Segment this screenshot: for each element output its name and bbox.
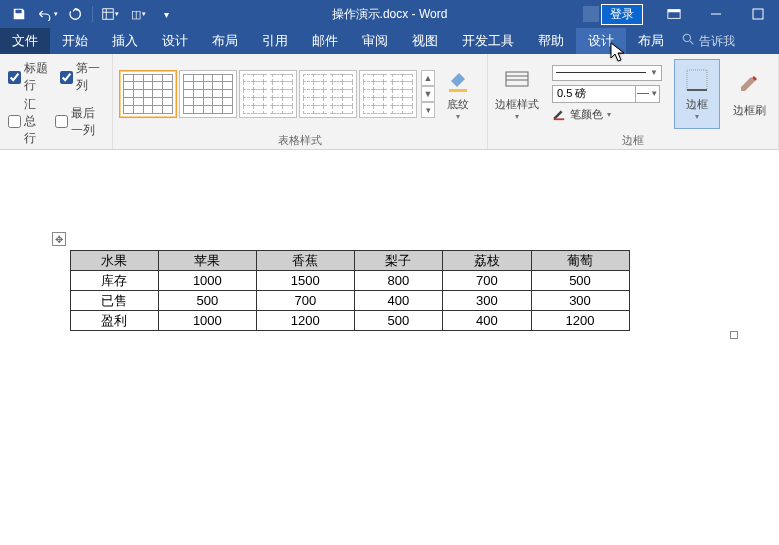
tab-table-layout[interactable]: 布局 bbox=[626, 28, 676, 54]
tab-mailings[interactable]: 邮件 bbox=[300, 28, 350, 54]
table-cell[interactable]: 盈利 bbox=[70, 311, 158, 331]
border-styles-button[interactable]: 边框样式 ▾ bbox=[494, 59, 540, 129]
tab-table-design[interactable]: 设计 bbox=[576, 28, 626, 54]
table-header-cell[interactable]: 梨子 bbox=[354, 251, 442, 271]
tab-insert[interactable]: 插入 bbox=[100, 28, 150, 54]
gallery-scroll-down[interactable]: ▼ bbox=[421, 86, 435, 102]
undo-button[interactable]: ▾ bbox=[34, 2, 60, 26]
table-cell[interactable]: 300 bbox=[443, 291, 531, 311]
group-title-borders: 边框 bbox=[488, 133, 778, 149]
gallery-expand[interactable]: ▾ bbox=[421, 102, 435, 118]
table-row: 已售 500 700 400 300 300 bbox=[70, 291, 629, 311]
table-cell[interactable]: 1200 bbox=[531, 311, 629, 331]
table-cell[interactable]: 1000 bbox=[158, 271, 256, 291]
table-header-cell[interactable]: 水果 bbox=[70, 251, 158, 271]
tab-view[interactable]: 视图 bbox=[400, 28, 450, 54]
table-header-cell[interactable]: 苹果 bbox=[158, 251, 256, 271]
table-row: 库存 1000 1500 800 700 500 bbox=[70, 271, 629, 291]
minimize-button[interactable] bbox=[695, 0, 737, 28]
tab-layout[interactable]: 布局 bbox=[200, 28, 250, 54]
table-cell[interactable]: 400 bbox=[354, 291, 442, 311]
document-area[interactable]: ✥ 水果 苹果 香蕉 梨子 荔枝 葡萄 库存 1000 1500 800 700… bbox=[0, 150, 779, 545]
borders-button[interactable]: 边框 ▾ bbox=[674, 59, 720, 129]
table-header-row: 水果 苹果 香蕉 梨子 荔枝 葡萄 bbox=[70, 251, 629, 271]
table-style-3[interactable] bbox=[239, 70, 297, 118]
weight-dropdown-icon[interactable]: ▼ bbox=[636, 85, 660, 103]
table-style-1[interactable] bbox=[119, 70, 177, 118]
dropdown-icon: ▾ bbox=[695, 112, 699, 121]
svg-point-4 bbox=[683, 34, 690, 41]
tab-review[interactable]: 审阅 bbox=[350, 28, 400, 54]
account-icon bbox=[583, 6, 599, 22]
table-cell[interactable]: 400 bbox=[443, 311, 531, 331]
gallery-scroll-up[interactable]: ▲ bbox=[421, 70, 435, 86]
login-button[interactable]: 登录 bbox=[601, 4, 643, 25]
redo-button[interactable] bbox=[62, 2, 88, 26]
tellme-search[interactable]: 告诉我 bbox=[682, 28, 735, 54]
qat-button-1[interactable]: ▾ bbox=[97, 2, 123, 26]
table-cell[interactable]: 1500 bbox=[256, 271, 354, 291]
svg-rect-5 bbox=[506, 72, 528, 86]
table-header-cell[interactable]: 荔枝 bbox=[443, 251, 531, 271]
tab-references[interactable]: 引用 bbox=[250, 28, 300, 54]
table-cell[interactable]: 300 bbox=[531, 291, 629, 311]
group-table-style-options: 标题行 第一列 汇总行 最后一列 镶边行 镶边列 表格样式选项 bbox=[0, 54, 113, 149]
table-cell[interactable]: 500 bbox=[354, 311, 442, 331]
tab-home[interactable]: 开始 bbox=[50, 28, 100, 54]
table-cell[interactable]: 700 bbox=[256, 291, 354, 311]
table-resize-handle[interactable] bbox=[730, 331, 738, 339]
title-bar: ▾ ▾ ◫▾ ▾ 操作演示.docx - Word 登录 bbox=[0, 0, 779, 28]
page: ✥ 水果 苹果 香蕉 梨子 荔枝 葡萄 库存 1000 1500 800 700… bbox=[30, 160, 750, 371]
maximize-button[interactable] bbox=[737, 0, 779, 28]
table-cell[interactable]: 库存 bbox=[70, 271, 158, 291]
dropdown-icon: ▾ bbox=[515, 112, 519, 121]
table-cell[interactable]: 已售 bbox=[70, 291, 158, 311]
table-cell[interactable]: 500 bbox=[158, 291, 256, 311]
opt-total-row[interactable]: 汇总行 bbox=[8, 96, 47, 147]
group-borders: 边框样式 ▾ ▼ 0.5 磅 ▼ 笔颜色 ▾ 边框 ▾ bbox=[488, 54, 779, 149]
tab-help[interactable]: 帮助 bbox=[526, 28, 576, 54]
svg-rect-0 bbox=[103, 9, 114, 20]
pen-color-icon bbox=[552, 107, 566, 123]
svg-rect-3 bbox=[753, 9, 763, 19]
tab-design-doc[interactable]: 设计 bbox=[150, 28, 200, 54]
border-painter-button[interactable]: 边框刷 bbox=[726, 59, 772, 129]
shading-button[interactable]: 底纹 ▾ bbox=[435, 59, 481, 129]
line-style-combo[interactable]: ▼ bbox=[552, 65, 662, 81]
group-title-table-styles: 表格样式 bbox=[113, 133, 487, 149]
table-style-5[interactable] bbox=[359, 70, 417, 118]
table-style-2[interactable] bbox=[179, 70, 237, 118]
table-style-4[interactable] bbox=[299, 70, 357, 118]
gallery-table-styles: ▲ ▼ ▾ bbox=[119, 70, 435, 118]
tab-file[interactable]: 文件 bbox=[0, 28, 50, 54]
opt-header-row[interactable]: 标题行 bbox=[8, 60, 52, 94]
group-table-styles: ▲ ▼ ▾ 底纹 ▾ 表格样式 bbox=[113, 54, 488, 149]
table-row: 盈利 1000 1200 500 400 1200 bbox=[70, 311, 629, 331]
table-move-handle[interactable]: ✥ bbox=[52, 232, 66, 246]
tab-bar: 文件 开始 插入 设计 布局 引用 邮件 审阅 视图 开发工具 帮助 设计 布局… bbox=[0, 28, 779, 54]
table-header-cell[interactable]: 葡萄 bbox=[531, 251, 629, 271]
table-cell[interactable]: 800 bbox=[354, 271, 442, 291]
table-cell[interactable]: 700 bbox=[443, 271, 531, 291]
pen-color-button[interactable]: 笔颜色 ▾ bbox=[552, 107, 662, 123]
tellme-label: 告诉我 bbox=[699, 33, 735, 50]
ribbon-options-button[interactable] bbox=[653, 0, 695, 28]
svg-rect-2 bbox=[668, 10, 680, 13]
qat-customize[interactable]: ▾ bbox=[153, 2, 179, 26]
table-cell[interactable]: 500 bbox=[531, 271, 629, 291]
ribbon: 标题行 第一列 汇总行 最后一列 镶边行 镶边列 表格样式选项 bbox=[0, 54, 779, 150]
data-table[interactable]: 水果 苹果 香蕉 梨子 荔枝 葡萄 库存 1000 1500 800 700 5… bbox=[70, 250, 630, 331]
qat-button-2[interactable]: ◫▾ bbox=[125, 2, 151, 26]
opt-first-column[interactable]: 第一列 bbox=[60, 60, 104, 94]
table-cell[interactable]: 1200 bbox=[256, 311, 354, 331]
tab-devtools[interactable]: 开发工具 bbox=[450, 28, 526, 54]
border-styles-icon bbox=[503, 66, 531, 94]
shading-icon bbox=[444, 66, 472, 94]
line-weight-combo[interactable]: 0.5 磅 ▼ bbox=[552, 85, 662, 103]
svg-rect-6 bbox=[554, 118, 565, 120]
save-button[interactable] bbox=[6, 2, 32, 26]
table-header-cell[interactable]: 香蕉 bbox=[256, 251, 354, 271]
table-cell[interactable]: 1000 bbox=[158, 311, 256, 331]
quick-access-toolbar: ▾ ▾ ◫▾ ▾ bbox=[0, 2, 179, 26]
opt-last-column[interactable]: 最后一列 bbox=[55, 96, 104, 147]
